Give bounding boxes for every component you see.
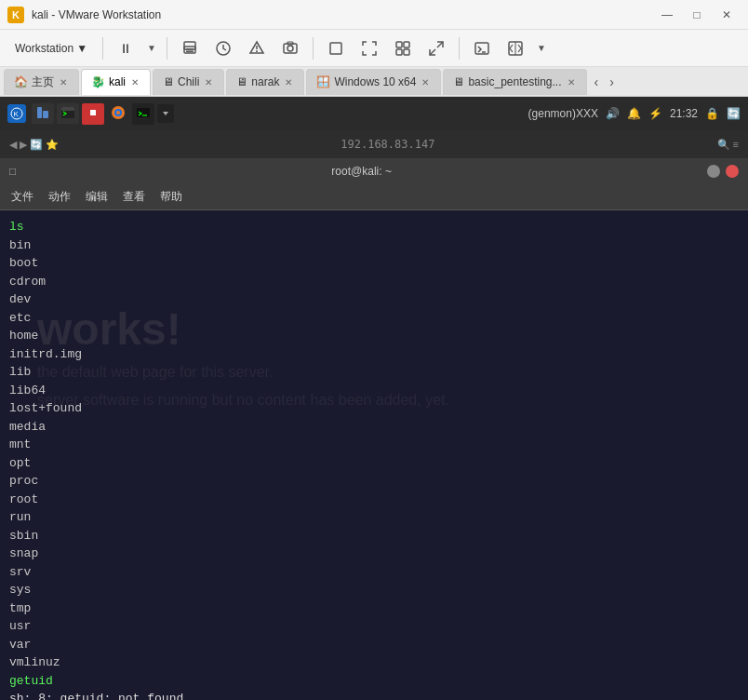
svg-marker-35: [163, 112, 168, 115]
svg-rect-2: [186, 48, 194, 50]
vm-icon-firefox[interactable]: [107, 103, 129, 125]
minimize-circle[interactable]: [707, 165, 720, 178]
address-ip: 192.168.83.147: [66, 138, 709, 151]
term-line-18: sbin: [9, 527, 739, 545]
minimize-button[interactable]: —: [653, 6, 681, 24]
fullscreen-icon: [361, 40, 378, 57]
console-button[interactable]: [467, 35, 497, 61]
resize-button[interactable]: [421, 35, 451, 61]
term-line-6: etc: [9, 309, 739, 328]
suspend-button[interactable]: [242, 35, 272, 61]
refresh-icon: 🔄: [727, 107, 741, 120]
fit-window-button[interactable]: [321, 35, 351, 61]
kali-tab-icon: 🐉: [91, 75, 105, 88]
print-button[interactable]: [175, 35, 205, 61]
tab-nav-right-button[interactable]: ›: [604, 71, 620, 93]
tab-nav-left-button[interactable]: ‹: [589, 71, 605, 93]
term-line-10: lib64: [9, 382, 739, 400]
home-tab-close[interactable]: ✕: [58, 76, 69, 88]
history-button[interactable]: [208, 35, 238, 61]
terminal-menu: 文件 动作 编辑 查看 帮助: [0, 184, 748, 210]
close-circle[interactable]: [726, 165, 739, 178]
bell-icon: 🔔: [627, 107, 641, 120]
title-bar-left: K kali - VMware Workstation: [7, 7, 161, 23]
term-line-25: vmlinuz: [9, 653, 739, 672]
tab-win10[interactable]: 🪟 Windows 10 x64 ✕: [306, 69, 441, 95]
dropdown-arrow-icon: ▼: [76, 42, 87, 55]
home-tab-icon: 🏠: [14, 75, 28, 88]
terminal-body[interactable]: works! the default web page for this ser…: [0, 210, 748, 700]
term-menu-file[interactable]: 文件: [11, 189, 33, 205]
vm-icon-dropdown[interactable]: [157, 104, 174, 123]
workstation-menu-button[interactable]: Workstation ▼: [7, 38, 95, 59]
term-menu-edit[interactable]: 编辑: [86, 189, 108, 205]
narak-tab-close[interactable]: ✕: [283, 76, 294, 88]
volume-icon: 🔊: [606, 107, 620, 120]
power-icon: ⚡: [648, 107, 662, 120]
maximize-button[interactable]: □: [683, 6, 711, 24]
tab-kali[interactable]: 🐉 kali ✕: [81, 69, 151, 95]
toolbar-separator-2: [167, 37, 167, 60]
term-header-left-icon: □: [9, 165, 16, 178]
term-line-17: run: [9, 508, 739, 527]
file-manager-icon: [35, 105, 50, 120]
term-menu-view[interactable]: 查看: [123, 189, 145, 205]
terminal2-icon: [136, 105, 151, 120]
term-line-7: home: [9, 327, 739, 345]
vm-icon-3[interactable]: [82, 103, 104, 125]
chili-tab-close[interactable]: ✕: [203, 76, 214, 88]
toolbar-separator-4: [459, 37, 460, 60]
term-line-22: tmp: [9, 599, 739, 618]
tab-home[interactable]: 🏠 主页 ✕: [4, 69, 79, 95]
term-line-24: var: [9, 636, 739, 654]
toolbar-separator-1: [102, 37, 103, 60]
vm-toolbar: K (genmon)XXX 🔊: [0, 97, 748, 130]
print-icon: [181, 40, 198, 57]
svg-rect-24: [37, 107, 42, 118]
vm-icon-4[interactable]: [132, 103, 154, 125]
stop-icon: [86, 105, 100, 120]
unity-button[interactable]: [388, 35, 418, 61]
svg-point-32: [116, 111, 120, 114]
svg-point-9: [287, 46, 293, 51]
vm-icon-1[interactable]: [32, 103, 54, 124]
firefox-icon: [111, 105, 126, 120]
snapshot-button[interactable]: [275, 35, 305, 61]
pentest-tab-close[interactable]: ✕: [566, 76, 577, 88]
term-line-21: sys: [9, 581, 739, 599]
address-bar-right-icons: 🔍 ≡: [717, 139, 739, 151]
address-bar-left-icons: ◀ ▶ 🔄 ⭐: [9, 139, 59, 151]
extend-button[interactable]: [501, 35, 530, 61]
terminal-icon: [60, 105, 75, 120]
pause-button[interactable]: ⏸: [111, 35, 140, 61]
win10-tab-icon: 🪟: [316, 75, 330, 88]
svg-rect-12: [396, 42, 402, 47]
svg-rect-25: [43, 111, 48, 118]
unity-icon: [394, 40, 411, 57]
svg-rect-3: [186, 50, 194, 52]
term-line-2: bin: [9, 236, 739, 255]
tab-pentest[interactable]: 🖥 basic_pentesting... ✕: [443, 69, 586, 95]
term-menu-action[interactable]: 动作: [48, 189, 71, 205]
vm-icon-2[interactable]: [57, 103, 79, 124]
kali-vm-icon-group: K: [7, 104, 26, 123]
term-line-27: sh: 8: getuid: not found: [9, 690, 739, 700]
svg-text:K: K: [14, 110, 20, 118]
extend-dropdown-button[interactable]: ▼: [534, 35, 549, 61]
kali-tab-close[interactable]: ✕: [129, 76, 140, 88]
main-toolbar: Workstation ▼ ⏸ ▼ ▼: [0, 30, 748, 67]
tab-chili[interactable]: 🖥 Chili ✕: [153, 69, 224, 95]
term-menu-help[interactable]: 帮助: [160, 189, 182, 205]
narak-tab-icon: 🖥: [236, 75, 247, 88]
term-line-9: lib: [9, 363, 739, 382]
workstation-label: Workstation: [15, 42, 73, 55]
win10-tab-close[interactable]: ✕: [420, 76, 431, 88]
tab-narak[interactable]: 🖥 narak ✕: [226, 69, 304, 95]
pause-dropdown-button[interactable]: ▼: [144, 35, 159, 61]
term-line-3: boot: [9, 254, 739, 273]
close-button[interactable]: ✕: [713, 6, 741, 24]
fit-icon: [327, 40, 344, 57]
term-line-4: cdrom: [9, 273, 739, 291]
full-screen-button[interactable]: [354, 35, 384, 61]
resize-icon: [428, 40, 445, 57]
